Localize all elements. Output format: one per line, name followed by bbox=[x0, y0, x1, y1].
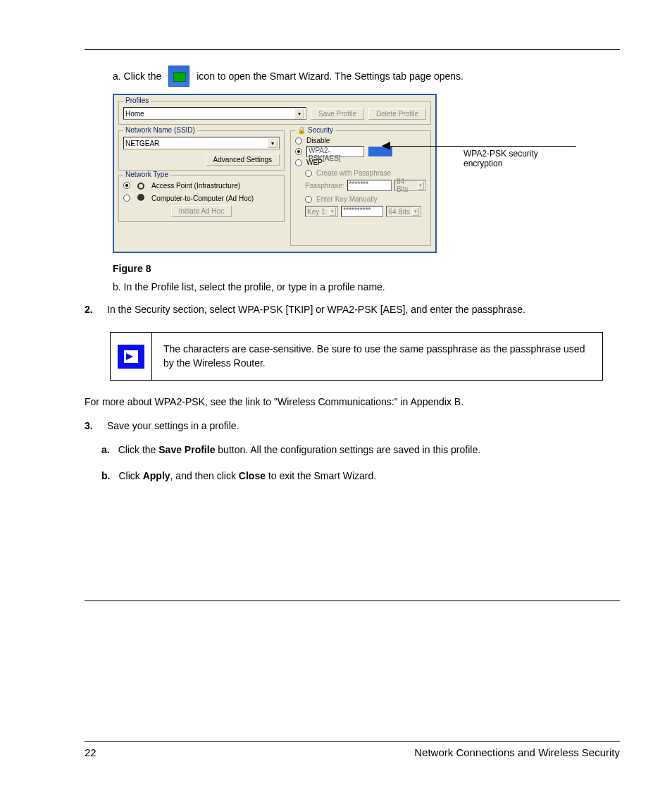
note-text: The characters are case-sensitive. Be su… bbox=[152, 333, 602, 380]
reference-paragraph: For more about WPA2-PSK, see the link to… bbox=[85, 395, 620, 409]
lock-icon: 🔒 bbox=[297, 126, 306, 134]
step-a: a. Click the icon to open the Smart Wiza… bbox=[85, 66, 620, 87]
security-group: 🔒Security Disable WPA2-PSK[AES] WEP bbox=[290, 130, 431, 246]
profile-combo[interactable]: Home ▾ bbox=[123, 107, 306, 120]
step-2-number: 2. bbox=[85, 304, 100, 315]
wep-radio[interactable] bbox=[295, 159, 302, 166]
step-b: b. In the Profile list, select the profi… bbox=[113, 281, 620, 292]
ssid-legend: Network Name (SSID) bbox=[123, 126, 197, 134]
step-2-text: In the Security section, select WPA-PSK … bbox=[107, 304, 525, 315]
substep-b-text: Click Apply, and then click Close to exi… bbox=[118, 469, 376, 483]
wep-label: WEP bbox=[306, 159, 323, 166]
manual-key-label: Enter Key Manually bbox=[316, 195, 378, 203]
ssid-value: NETGEAR bbox=[125, 140, 268, 147]
note-box: The characters are case-sensitive. Be su… bbox=[110, 332, 603, 381]
substep-a: a. Click the Save Profile button. All th… bbox=[101, 443, 620, 457]
step-3-text: Save your settings in a profile. bbox=[107, 420, 239, 431]
key-input: ********** bbox=[341, 206, 383, 217]
key-combo: Key 1:▾ bbox=[305, 206, 338, 217]
profiles-legend: Profiles bbox=[123, 97, 151, 104]
chevron-down-icon: ▾ bbox=[294, 109, 304, 118]
initiate-adhoc-button[interactable]: Initiate Ad Hoc bbox=[171, 205, 232, 217]
callout-line bbox=[386, 146, 576, 147]
profiles-group: Profiles Home ▾ Save Profile Delete Prof… bbox=[118, 101, 431, 125]
chevron-down-icon: ▾ bbox=[268, 138, 278, 148]
figure-caption: Figure 8 bbox=[113, 263, 620, 274]
manual-key-radio bbox=[305, 196, 312, 203]
bottom-rule bbox=[85, 600, 620, 601]
figure: Profiles Home ▾ Save Profile Delete Prof… bbox=[113, 94, 458, 253]
tray-icon bbox=[168, 66, 189, 87]
create-pass-label: Create with Passphrase bbox=[316, 169, 391, 177]
note-icon-cell bbox=[111, 333, 152, 380]
step-a-prefix: a. Click the bbox=[113, 70, 161, 82]
step-3: 3. Save your settings in a profile. bbox=[85, 420, 620, 431]
disable-label: Disable bbox=[306, 137, 330, 144]
ssid-group: Network Name (SSID) NETGEAR ▾ Advanced S… bbox=[118, 130, 285, 171]
step-3-number: 3. bbox=[85, 420, 100, 431]
page-number: 22 bbox=[85, 746, 97, 758]
ssid-combo[interactable]: NETGEAR ▾ bbox=[123, 137, 280, 149]
network-type-legend: Network Type bbox=[123, 171, 170, 178]
advanced-settings-button[interactable]: Advanced Settings bbox=[206, 154, 280, 166]
delete-profile-button[interactable]: Delete Profile bbox=[368, 108, 426, 120]
create-pass-radio bbox=[305, 170, 312, 177]
ap-radio[interactable] bbox=[123, 182, 130, 189]
save-profile-button[interactable]: Save Profile bbox=[311, 108, 364, 120]
note-arrow-icon bbox=[118, 345, 144, 369]
settings-window: Profiles Home ▾ Save Profile Delete Prof… bbox=[113, 94, 437, 253]
pass-label: Passphrase: bbox=[305, 182, 344, 190]
adhoc-icon bbox=[135, 194, 147, 202]
page-title: Network Connections and Wireless Securit… bbox=[414, 746, 620, 758]
signal-icon bbox=[135, 181, 147, 190]
adhoc-radio[interactable] bbox=[123, 195, 130, 202]
ap-label: Access Point (Infrastructure) bbox=[151, 182, 240, 190]
wpa-radio[interactable] bbox=[295, 148, 302, 155]
security-legend: 🔒Security bbox=[295, 126, 335, 134]
step-2: 2. In the Security section, select WPA-P… bbox=[85, 304, 620, 315]
wpa-select[interactable]: WPA2-PSK[AES] bbox=[306, 146, 364, 157]
pass-input[interactable]: ******* bbox=[347, 180, 392, 191]
bits-combo: 64 Bits▾ bbox=[394, 180, 426, 191]
bits-combo-2: 64 Bits▾ bbox=[386, 206, 421, 217]
adhoc-label: Computer-to-Computer (Ad Hoc) bbox=[151, 195, 254, 202]
top-rule bbox=[85, 49, 620, 50]
substep-a-text: Click the Save Profile button. All the c… bbox=[118, 443, 480, 457]
disable-radio[interactable] bbox=[295, 137, 302, 144]
network-type-group: Network Type Access Point (Infrastructur… bbox=[118, 175, 285, 222]
callout-label: WPA2-PSK security encryption bbox=[463, 149, 548, 168]
page-footer: 22 Network Connections and Wireless Secu… bbox=[85, 741, 620, 758]
substep-b: b. Click Apply, and then click Close to … bbox=[101, 469, 620, 483]
substep-b-num: b. bbox=[101, 469, 110, 483]
step-a-suffix: icon to open the Smart Wizard. The Setti… bbox=[197, 70, 463, 82]
substep-a-num: a. bbox=[101, 443, 110, 457]
profile-value: Home bbox=[125, 110, 294, 118]
callout-text: WPA2-PSK security encryption bbox=[463, 149, 548, 168]
